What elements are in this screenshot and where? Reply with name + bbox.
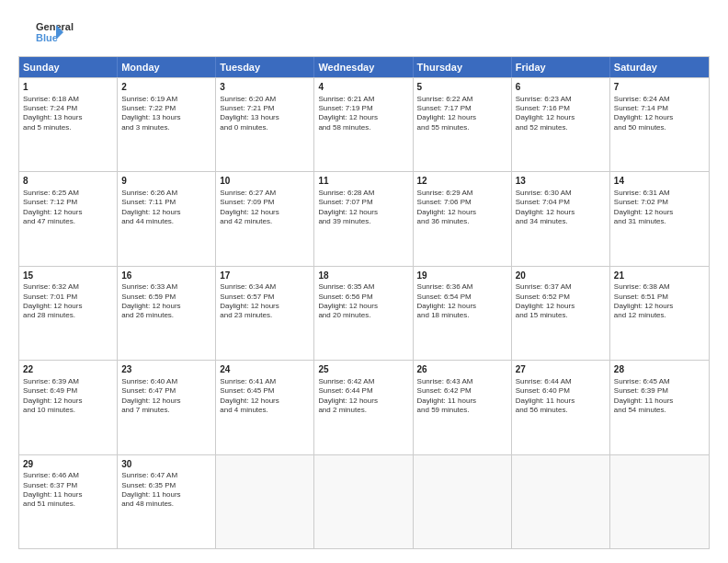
cal-cell: [414, 455, 512, 548]
cal-cell: [610, 455, 709, 548]
cell-line: and 7 minutes.: [121, 406, 211, 415]
cell-line: and 5 minutes.: [23, 123, 113, 132]
cell-line: Daylight: 12 hours: [417, 302, 507, 311]
cal-cell: 14Sunrise: 6:31 AMSunset: 7:02 PMDayligh…: [610, 172, 709, 265]
cell-line: Daylight: 12 hours: [220, 208, 310, 217]
day-number: 25: [318, 363, 408, 376]
cell-line: Sunset: 6:59 PM: [121, 293, 211, 302]
cal-cell: 10Sunrise: 6:27 AMSunset: 7:09 PMDayligh…: [216, 172, 314, 265]
cal-cell: 29Sunrise: 6:46 AMSunset: 6:37 PMDayligh…: [19, 455, 118, 548]
day-number: 3: [220, 81, 310, 94]
cell-line: Sunrise: 6:26 AM: [121, 189, 211, 198]
cell-line: Sunrise: 6:33 AM: [121, 282, 211, 292]
cell-line: Daylight: 12 hours: [614, 302, 705, 311]
cell-line: Daylight: 12 hours: [23, 208, 113, 217]
cell-line: Sunrise: 6:46 AM: [23, 471, 113, 480]
cell-line: and 50 minutes.: [614, 123, 705, 132]
cell-line: Sunset: 6:44 PM: [318, 386, 408, 396]
cal-cell: 1Sunrise: 6:18 AMSunset: 7:24 PMDaylight…: [19, 78, 118, 171]
header-day-monday: Monday: [118, 57, 216, 77]
cal-row-3: 15Sunrise: 6:32 AMSunset: 7:01 PMDayligh…: [19, 266, 709, 360]
cell-line: Daylight: 12 hours: [121, 208, 211, 217]
calendar-header: SundayMondayTuesdayWednesdayThursdayFrid…: [19, 57, 709, 77]
cell-line: and 2 minutes.: [318, 406, 408, 415]
cal-cell: 25Sunrise: 6:42 AMSunset: 6:44 PMDayligh…: [314, 361, 413, 454]
page: General Blue SundayMondayTuesdayWednesda…: [0, 0, 728, 563]
cell-line: Sunset: 6:37 PM: [23, 481, 113, 490]
cell-line: Sunset: 6:42 PM: [417, 386, 507, 396]
cell-line: and 48 minutes.: [121, 500, 211, 509]
day-number: 30: [121, 458, 211, 471]
cell-line: Daylight: 12 hours: [318, 396, 408, 406]
cell-line: Sunset: 7:14 PM: [614, 104, 705, 113]
cal-cell: 28Sunrise: 6:45 AMSunset: 6:39 PMDayligh…: [610, 361, 709, 454]
cal-cell: 17Sunrise: 6:34 AMSunset: 6:57 PMDayligh…: [216, 267, 314, 360]
cell-line: and 4 minutes.: [220, 406, 310, 415]
day-number: 6: [516, 81, 606, 94]
cell-line: Sunset: 7:02 PM: [614, 198, 705, 207]
day-number: 13: [516, 175, 606, 188]
cell-line: Sunrise: 6:22 AM: [417, 95, 507, 104]
cell-line: Sunset: 6:35 PM: [121, 481, 211, 490]
header-day-tuesday: Tuesday: [216, 57, 314, 77]
cell-line: Sunset: 7:16 PM: [516, 104, 606, 113]
cell-line: and 51 minutes.: [23, 500, 113, 509]
cell-line: Daylight: 12 hours: [516, 302, 606, 311]
cell-line: Sunrise: 6:44 AM: [516, 377, 606, 386]
calendar: SundayMondayTuesdayWednesdayThursdayFrid…: [18, 56, 710, 549]
cal-cell: 24Sunrise: 6:41 AMSunset: 6:45 PMDayligh…: [216, 361, 314, 454]
cell-line: Sunrise: 6:39 AM: [23, 377, 113, 386]
cell-line: Sunrise: 6:34 AM: [220, 282, 310, 292]
cell-line: Daylight: 13 hours: [23, 113, 113, 122]
cell-line: and 20 minutes.: [318, 311, 408, 320]
cell-line: and 47 minutes.: [23, 217, 113, 226]
cell-line: Daylight: 11 hours: [23, 490, 113, 500]
cell-line: Sunset: 7:19 PM: [318, 104, 408, 113]
cal-cell: 4Sunrise: 6:21 AMSunset: 7:19 PMDaylight…: [314, 78, 413, 171]
day-number: 17: [220, 270, 310, 282]
cell-line: Sunset: 7:24 PM: [23, 104, 113, 113]
cell-line: and 34 minutes.: [516, 217, 606, 226]
cell-line: and 54 minutes.: [614, 406, 705, 415]
day-number: 26: [417, 363, 507, 376]
cell-line: Sunrise: 6:41 AM: [220, 377, 310, 386]
cell-line: Sunrise: 6:45 AM: [614, 377, 705, 386]
logo-icon: General Blue: [18, 17, 83, 47]
day-number: 21: [614, 270, 705, 282]
cell-line: Sunset: 6:40 PM: [516, 386, 606, 396]
day-number: 29: [23, 458, 113, 471]
cal-row-1: 1Sunrise: 6:18 AMSunset: 7:24 PMDaylight…: [19, 77, 709, 171]
cell-line: and 26 minutes.: [121, 311, 211, 320]
cell-line: Daylight: 11 hours: [516, 396, 606, 406]
cal-cell: 6Sunrise: 6:23 AMSunset: 7:16 PMDaylight…: [512, 78, 610, 171]
cal-cell: 20Sunrise: 6:37 AMSunset: 6:52 PMDayligh…: [512, 267, 610, 360]
cell-line: Daylight: 12 hours: [23, 396, 113, 406]
cal-cell: 19Sunrise: 6:36 AMSunset: 6:54 PMDayligh…: [414, 267, 512, 360]
cell-line: Sunrise: 6:29 AM: [417, 189, 507, 198]
cal-row-2: 8Sunrise: 6:25 AMSunset: 7:12 PMDaylight…: [19, 171, 709, 265]
cell-line: and 39 minutes.: [318, 217, 408, 226]
cal-cell: 22Sunrise: 6:39 AMSunset: 6:49 PMDayligh…: [19, 361, 118, 454]
cal-cell: 23Sunrise: 6:40 AMSunset: 6:47 PMDayligh…: [118, 361, 216, 454]
cell-line: Daylight: 11 hours: [121, 490, 211, 500]
cal-row-5: 29Sunrise: 6:46 AMSunset: 6:37 PMDayligh…: [19, 454, 709, 548]
cell-line: Sunset: 7:07 PM: [318, 198, 408, 207]
cell-line: and 56 minutes.: [516, 406, 606, 415]
cell-line: and 58 minutes.: [318, 123, 408, 132]
cell-line: and 23 minutes.: [220, 311, 310, 320]
cell-line: Sunset: 7:01 PM: [23, 293, 113, 302]
cal-cell: 18Sunrise: 6:35 AMSunset: 6:56 PMDayligh…: [314, 267, 413, 360]
logo: General Blue: [18, 17, 83, 47]
cell-line: and 15 minutes.: [516, 311, 606, 320]
day-number: 15: [23, 270, 113, 282]
cell-line: Sunset: 7:22 PM: [121, 104, 211, 113]
cell-line: Sunset: 6:57 PM: [220, 293, 310, 302]
cell-line: Sunrise: 6:19 AM: [121, 95, 211, 104]
day-number: 4: [318, 81, 408, 94]
cell-line: and 42 minutes.: [220, 217, 310, 226]
cell-line: Daylight: 12 hours: [23, 302, 113, 311]
cell-line: Daylight: 12 hours: [516, 113, 606, 122]
cell-line: Sunrise: 6:42 AM: [318, 377, 408, 386]
cal-cell: 5Sunrise: 6:22 AMSunset: 7:17 PMDaylight…: [414, 78, 512, 171]
cell-line: Sunrise: 6:47 AM: [121, 471, 211, 480]
